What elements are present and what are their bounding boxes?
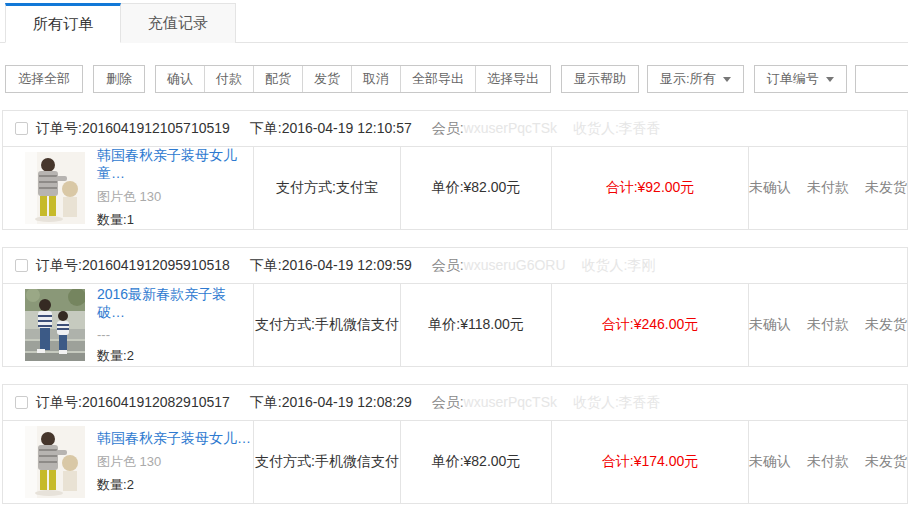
status-unshipped: 未发货: [865, 453, 907, 471]
product-name-link[interactable]: 韩国春秋亲子装母女儿童…: [97, 147, 253, 183]
order-number: 订单号:2016041912082910517: [36, 394, 230, 412]
status-unpaid: 未付款: [807, 453, 849, 471]
filter-dropdown[interactable]: 显示:所有: [647, 65, 744, 93]
action-button-group: 确认 付款 配货 发货 取消 全部导出 选择导出: [155, 65, 551, 93]
product-name-link[interactable]: 2016最新春款亲子装破…: [97, 286, 253, 322]
order-block: 订单号:2016041912105710519 下单:2016-04-19 12…: [2, 110, 908, 230]
status-cell: 未确认 未付款 未发货: [748, 421, 907, 503]
order-header: 订单号:2016041912095910518 下单:2016-04-19 12…: [3, 248, 907, 284]
status-unconfirmed: 未确认: [749, 316, 791, 334]
order-checkbox[interactable]: [15, 122, 28, 135]
export-selected-button[interactable]: 选择导出: [475, 66, 550, 92]
product-quantity: 数量:2: [97, 476, 251, 494]
status-unconfirmed: 未确认: [749, 179, 791, 197]
product-info: 韩国春秋亲子装母女儿童… 图片色 130 数量:1: [97, 147, 253, 229]
order-header: 订单号:2016041912082910517 下单:2016-04-19 12…: [3, 385, 907, 421]
order-header: 订单号:2016041912105710519 下单:2016-04-19 12…: [3, 111, 907, 147]
order-block: 订单号:2016041912082910517 下单:2016-04-19 12…: [2, 384, 908, 504]
order-checkbox[interactable]: [15, 396, 28, 409]
status-unpaid: 未付款: [807, 179, 849, 197]
product-thumbnail: [25, 289, 85, 361]
select-all-button[interactable]: 选择全部: [5, 65, 83, 93]
payment-cell: 支付方式:支付宝: [253, 147, 400, 229]
status-cell: 未确认 未付款 未发货: [748, 284, 907, 366]
toolbar: 选择全部 删除 确认 付款 配货 发货 取消 全部导出 选择导出 显示帮助 显示…: [5, 65, 908, 93]
tab-all-orders[interactable]: 所有订单: [5, 3, 121, 43]
toolbar-right: 显示:所有 订单编号: [639, 65, 908, 93]
confirm-button[interactable]: 确认: [156, 66, 204, 92]
order-time: 下单:2016-04-19 12:08:29: [250, 394, 412, 412]
status-unshipped: 未发货: [865, 179, 907, 197]
unit-price-cell: 单价:¥82.00元: [400, 147, 551, 229]
search-input[interactable]: [855, 65, 908, 93]
product-variant: 图片色 130: [97, 453, 251, 471]
allocate-button[interactable]: 配货: [253, 66, 302, 92]
unit-price-cell: 单价:¥118.00元: [400, 284, 551, 366]
product-cell: 韩国春秋亲子装母女儿童… 图片色 130 数量:1: [3, 147, 253, 229]
caret-down-icon: [723, 77, 731, 82]
order-row: 韩国春秋亲子装母女儿童… 图片色 130 数量:1 支付方式:支付宝 单价:¥8…: [3, 147, 907, 229]
payment-cell: 支付方式:手机微信支付: [253, 421, 400, 503]
order-time: 下单:2016-04-19 12:09:59: [250, 257, 412, 275]
product-thumbnail: [25, 426, 85, 498]
payment-cell: 支付方式:手机微信支付: [253, 284, 400, 366]
tab-recharge-records[interactable]: 充值记录: [121, 3, 236, 43]
unit-price-cell: 单价:¥82.00元: [400, 421, 551, 503]
status-unshipped: 未发货: [865, 316, 907, 334]
product-quantity: 数量:2: [97, 347, 253, 365]
show-help-button[interactable]: 显示帮助: [561, 65, 639, 93]
product-info: 韩国春秋亲子装母女儿… 图片色 130 数量:2: [97, 430, 251, 494]
filter-dropdown-label: 显示:所有: [660, 70, 716, 88]
export-all-button[interactable]: 全部导出: [400, 66, 475, 92]
total-cell: 合计:¥92.00元: [551, 147, 748, 229]
product-name-link[interactable]: 韩国春秋亲子装母女儿…: [97, 430, 251, 448]
product-quantity: 数量:1: [97, 211, 253, 229]
order-number: 订单号:2016041912095910518: [36, 257, 230, 275]
cancel-button[interactable]: 取消: [351, 66, 400, 92]
caret-down-icon: [826, 77, 834, 82]
product-thumbnail: [25, 152, 85, 224]
search-type-dropdown[interactable]: 订单编号: [754, 65, 847, 93]
delete-button[interactable]: 删除: [93, 65, 145, 93]
search-type-label: 订单编号: [767, 70, 819, 88]
order-member: 会员:wxuseruG6ORU收货人:李刚: [432, 257, 656, 275]
total-cell: 合计:¥246.00元: [551, 284, 748, 366]
product-variant: ---: [97, 327, 253, 342]
order-checkbox[interactable]: [15, 259, 28, 272]
order-row: 韩国春秋亲子装母女儿… 图片色 130 数量:2 支付方式:手机微信支付 单价:…: [3, 421, 907, 503]
product-cell: 韩国春秋亲子装母女儿… 图片色 130 数量:2: [3, 421, 253, 503]
order-member: 会员:wxuserPqcTSk收货人:李香香: [432, 120, 661, 138]
status-cell: 未确认 未付款 未发货: [748, 147, 907, 229]
order-member: 会员:wxuserPqcTSk收货人:李香香: [432, 394, 661, 412]
order-row: 2016最新春款亲子装破… --- 数量:2 支付方式:手机微信支付 单价:¥1…: [3, 284, 907, 366]
product-variant: 图片色 130: [97, 188, 253, 206]
pay-button[interactable]: 付款: [204, 66, 253, 92]
status-unpaid: 未付款: [807, 316, 849, 334]
order-time: 下单:2016-04-19 12:10:57: [250, 120, 412, 138]
status-unconfirmed: 未确认: [749, 453, 791, 471]
order-block: 订单号:2016041912095910518 下单:2016-04-19 12…: [2, 247, 908, 367]
product-cell: 2016最新春款亲子装破… --- 数量:2: [3, 284, 253, 366]
tab-bar: 所有订单 充值记录: [0, 3, 908, 43]
product-info: 2016最新春款亲子装破… --- 数量:2: [97, 286, 253, 365]
ship-button[interactable]: 发货: [302, 66, 351, 92]
order-number: 订单号:2016041912105710519: [36, 120, 230, 138]
total-cell: 合计:¥174.00元: [551, 421, 748, 503]
